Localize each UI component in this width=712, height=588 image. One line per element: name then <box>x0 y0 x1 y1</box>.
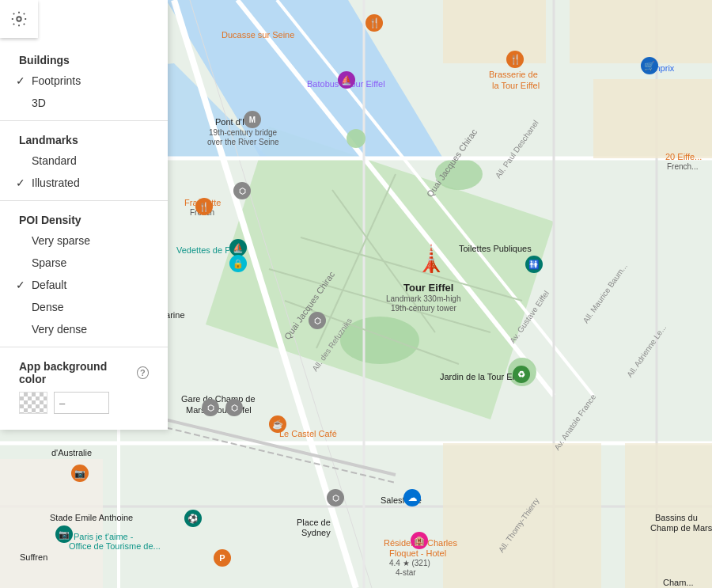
poi-ducasse[interactable]: 🍴 <box>365 14 383 32</box>
divider-3 <box>0 347 168 347</box>
poi-transit6[interactable]: ⬡ <box>327 489 344 506</box>
illustrated-check: ✓ <box>16 176 25 189</box>
default-check: ✓ <box>16 279 25 291</box>
footprints-check: ✓ <box>16 74 25 87</box>
help-icon[interactable]: ? <box>137 366 149 379</box>
poi-toilettes[interactable]: 🚻 <box>525 256 543 273</box>
color-preview-row <box>19 392 149 414</box>
poi-stade[interactable]: ⚽ <box>184 510 202 527</box>
poi-density-header: POI Density <box>0 207 168 230</box>
illustrated-option[interactable]: ✓ Illustrated <box>0 172 168 194</box>
settings-gear-button[interactable] <box>0 0 38 38</box>
footprints-label: Footprints <box>32 74 81 87</box>
poi-recycling[interactable]: ♻ <box>513 366 530 383</box>
default-option[interactable]: ✓ Default <box>0 274 168 296</box>
svg-point-2 <box>340 317 419 364</box>
svg-rect-20 <box>570 0 712 63</box>
poi-vedettes[interactable]: ⛵ <box>229 239 247 256</box>
poi-tourisme[interactable]: 📷 <box>55 525 73 543</box>
svg-rect-24 <box>443 443 601 588</box>
bg-color-label-row: App background color ? <box>19 360 149 385</box>
poi-batobus[interactable]: ⛵ <box>338 71 355 89</box>
very-sparse-label: Very sparse <box>32 234 90 247</box>
svg-point-3 <box>435 158 483 190</box>
svg-rect-25 <box>625 443 712 588</box>
poi-brasserie[interactable]: 🍴 <box>506 51 524 68</box>
poi-castel[interactable]: ☕ <box>269 415 286 433</box>
svg-rect-23 <box>0 459 103 588</box>
poi-transit1[interactable]: M <box>244 111 261 128</box>
eiffel-tower-icon: 🗼 <box>415 244 447 274</box>
poi-vedettes2[interactable]: 🔒 <box>229 255 247 272</box>
default-label: Default <box>32 279 66 291</box>
poi-hotel[interactable]: 🏨 <box>411 532 428 549</box>
svg-point-27 <box>347 129 365 148</box>
very-sparse-option[interactable]: Very sparse <box>0 230 168 252</box>
poi-francette[interactable]: 🍴 <box>195 198 213 215</box>
footprints-option[interactable]: ✓ Footprints <box>0 70 168 92</box>
sparse-label: Sparse <box>32 256 66 269</box>
svg-rect-19 <box>443 0 546 63</box>
poi-transit3[interactable]: ⬡ <box>309 312 326 329</box>
color-swatch[interactable] <box>19 392 47 414</box>
divider-2 <box>0 200 168 201</box>
dense-label: Dense <box>32 301 63 313</box>
settings-panel: Buildings ✓ Footprints 3D Landmarks Stan… <box>0 0 168 430</box>
color-input[interactable] <box>54 392 109 414</box>
poi-parking[interactable]: P <box>214 549 231 567</box>
standard-label: Standard <box>32 154 77 167</box>
very-dense-label: Very dense <box>32 323 87 336</box>
bg-color-label-text: App background color <box>19 360 132 385</box>
poi-transit4[interactable]: ⬡ <box>202 399 219 416</box>
svg-rect-21 <box>593 79 712 158</box>
3d-option[interactable]: 3D <box>0 92 168 114</box>
poi-franprix[interactable]: 🛒 <box>641 57 658 74</box>
very-dense-option[interactable]: Very dense <box>0 318 168 340</box>
landmarks-header: Landmarks <box>0 127 168 150</box>
divider-1 <box>0 120 168 121</box>
svg-point-33 <box>17 17 21 21</box>
poi-camera[interactable]: 📷 <box>71 465 89 482</box>
poi-transit5[interactable]: ⬡ <box>225 399 243 416</box>
poi-transit2[interactable]: ⬡ <box>233 182 251 199</box>
illustrated-label: Illustrated <box>32 176 80 189</box>
standard-option[interactable]: Standard <box>0 150 168 172</box>
bg-color-section: App background color ? <box>0 354 168 420</box>
sparse-option[interactable]: Sparse <box>0 252 168 274</box>
dense-option[interactable]: Dense <box>0 296 168 318</box>
buildings-header: Buildings <box>0 47 168 70</box>
poi-salesforce[interactable]: ☁ <box>403 489 421 506</box>
3d-label: 3D <box>32 97 46 109</box>
